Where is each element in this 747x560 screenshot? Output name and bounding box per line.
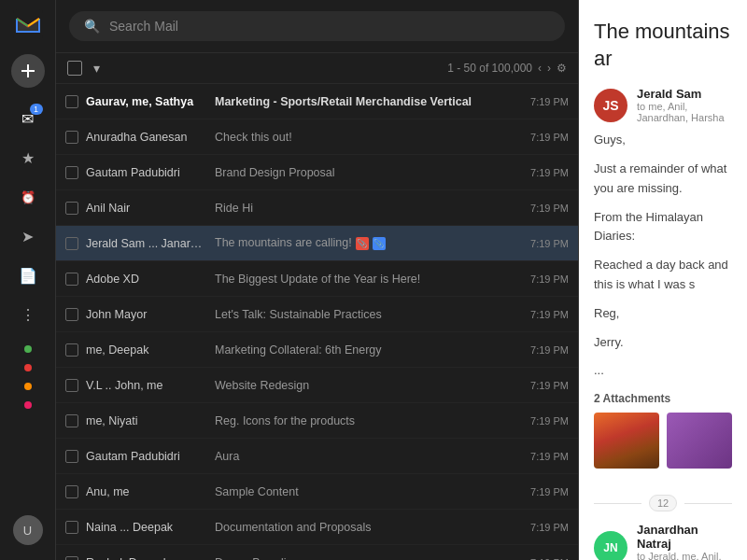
- settings-icon[interactable]: ⚙: [557, 62, 567, 75]
- row-checkbox[interactable]: [65, 343, 78, 357]
- email-time: 7:19 PM: [530, 451, 569, 462]
- email-subject: Marketing Collateral: 6th Energy: [215, 343, 523, 357]
- attachment-thumb-2[interactable]: [667, 413, 732, 469]
- label-dot-red[interactable]: [24, 364, 32, 371]
- sender-name: Anil Nair: [86, 202, 207, 215]
- email-row[interactable]: Anu, me Sample Content 7:19 PM: [56, 474, 578, 510]
- email-row[interactable]: Gautam Padubidri Aura 7:19 PM: [56, 439, 578, 474]
- attachments-title: 2 Attachments: [594, 392, 732, 405]
- email-row[interactable]: Jerald Sam ... Janardhan The mountains a…: [56, 226, 578, 261]
- sidebar: ✉ 1 ★ ⏰ ➤ 📄 ⋮ U: [0, 0, 56, 560]
- row-checkbox[interactable]: [65, 556, 78, 561]
- first-message: JS Jerald Sam to me, Anil, Janardhan, Ha…: [594, 87, 732, 469]
- reading-pane: The mountains ar JS Jerald Sam to me, An…: [579, 0, 747, 560]
- sender-name: Gautam Padubidri: [86, 450, 207, 463]
- email-row[interactable]: Naina ... Deepak Documentation and Propo…: [56, 510, 578, 545]
- row-checkbox[interactable]: [65, 131, 78, 144]
- attachment-icon: 📎: [356, 237, 369, 250]
- select-all-checkbox[interactable]: [67, 61, 82, 76]
- mountain-thumbnail: [594, 413, 659, 469]
- prev-page-icon[interactable]: ‹: [538, 62, 542, 75]
- next-page-icon[interactable]: ›: [547, 62, 551, 75]
- gmail-logo: [13, 9, 43, 43]
- purple-thumbnail: [667, 413, 732, 469]
- row-checkbox[interactable]: [65, 450, 78, 463]
- email-row[interactable]: V.L .. John, me Website Redesign 7:19 PM: [56, 368, 578, 403]
- email-subject: Ride Hi: [215, 202, 523, 215]
- row-checkbox[interactable]: [65, 521, 78, 534]
- row-checkbox[interactable]: [65, 308, 78, 321]
- email-subject: Check this out!: [215, 131, 523, 144]
- email-body: Guys, Just a remainder of what you are m…: [594, 131, 732, 381]
- sidebar-item-sent[interactable]: ➤: [11, 219, 45, 253]
- email-count: 1 - 50 of 100,000 ‹ › ⚙: [447, 62, 567, 75]
- second-sender-avatar: JN: [594, 531, 627, 560]
- sender-name: Gaurav, me, Sathya: [86, 95, 207, 108]
- email-subject: Website Redesign: [215, 379, 523, 392]
- row-checkbox[interactable]: [65, 95, 78, 108]
- search-input[interactable]: [109, 19, 550, 34]
- sender-name: Anuradha Ganesan: [86, 131, 207, 144]
- list-toolbar: ▾ 1 - 50 of 100,000 ‹ › ⚙: [56, 53, 578, 84]
- sender-name: Naina ... Deepak: [86, 521, 207, 534]
- attachment-thumbs: [594, 413, 732, 469]
- email-time: 7:19 PM: [530, 522, 569, 533]
- row-checkbox[interactable]: [65, 273, 78, 286]
- email-time: 7:19 PM: [530, 415, 569, 427]
- search-wrapper: 🔍: [69, 11, 565, 41]
- star-icon: ★: [21, 149, 35, 167]
- thread-divider: 12: [594, 495, 732, 511]
- recipients: to me, Anil, Janardhan, Harsha: [637, 101, 732, 123]
- email-row[interactable]: me, Niyati Reg. Icons for the products 7…: [56, 403, 578, 439]
- sidebar-item-snoozed[interactable]: ⏰: [11, 180, 45, 214]
- sidebar-item-more[interactable]: ⋮: [11, 298, 45, 331]
- compose-button[interactable]: [11, 54, 45, 88]
- email-row[interactable]: John Mayor Let's Talk: Sustainable Pract…: [56, 297, 578, 332]
- sender-avatar: JS: [594, 89, 627, 122]
- email-row[interactable]: me, Deepak Marketing Collateral: 6th Ene…: [56, 332, 578, 368]
- sender-name: me, Niyati: [86, 414, 207, 427]
- sender-name: Rachel, Deepak: [86, 556, 207, 561]
- attachment-thumb-1[interactable]: [594, 413, 659, 469]
- label-dot-orange[interactable]: [24, 383, 32, 390]
- email-time: 7:19 PM: [530, 273, 569, 285]
- sidebar-item-starred[interactable]: ★: [11, 141, 45, 175]
- user-avatar[interactable]: U: [13, 515, 43, 545]
- label-dot-pink[interactable]: [24, 401, 32, 409]
- drafts-icon: 📄: [19, 267, 37, 285]
- email-row[interactable]: Anil Nair Ride Hi 7:19 PM: [56, 190, 578, 226]
- row-checkbox[interactable]: [65, 379, 78, 392]
- sender-name: Gautam Padubidri: [86, 166, 207, 179]
- email-time: 7:19 PM: [530, 309, 569, 320]
- sidebar-item-drafts[interactable]: 📄: [11, 259, 45, 292]
- sender-name: Jerald Sam ... Janardhan: [86, 237, 207, 250]
- clock-icon: ⏰: [21, 190, 35, 204]
- email-row[interactable]: Rachel, Deepak Doone Branding 7:19 PM: [56, 545, 578, 560]
- row-checkbox[interactable]: [65, 414, 78, 427]
- filter-icon[interactable]: ▾: [90, 59, 104, 77]
- more-icon: ⋮: [21, 306, 35, 324]
- second-recipients: to Jerald, me, Anil, Harsha: [637, 551, 732, 560]
- email-row[interactable]: Anuradha Ganesan Check this out! 7:19 PM: [56, 119, 578, 155]
- email-row[interactable]: Adobe XD The Biggest Update of the Year …: [56, 261, 578, 297]
- email-time: 7:19 PM: [530, 344, 569, 356]
- row-checkbox[interactable]: [65, 166, 78, 179]
- sender-name: Anu, me: [86, 485, 207, 498]
- sidebar-item-inbox[interactable]: ✉ 1: [11, 102, 45, 135]
- sender-name: Adobe XD: [86, 273, 207, 286]
- email-row[interactable]: Gautam Padubidri Brand Design Proposal 7…: [56, 155, 578, 190]
- email-time: 7:19 PM: [530, 238, 569, 249]
- sent-icon: ➤: [21, 228, 34, 245]
- email-row[interactable]: Gaurav, me, Sathya Marketing - Sports/Re…: [56, 84, 578, 119]
- search-bar: 🔍: [56, 0, 578, 53]
- thread-count: 12: [649, 495, 677, 511]
- attachments-section: 2 Attachments: [594, 392, 732, 469]
- email-subject: Doone Branding: [215, 556, 523, 561]
- email-time: 7:19 PM: [530, 167, 569, 178]
- row-checkbox[interactable]: [65, 237, 78, 250]
- row-checkbox[interactable]: [65, 202, 78, 215]
- sender-info: JS Jerald Sam to me, Anil, Janardhan, Ha…: [594, 87, 732, 123]
- label-dot-green[interactable]: [24, 345, 32, 353]
- row-checkbox[interactable]: [65, 485, 78, 498]
- email-subject-title: The mountains ar: [594, 19, 732, 72]
